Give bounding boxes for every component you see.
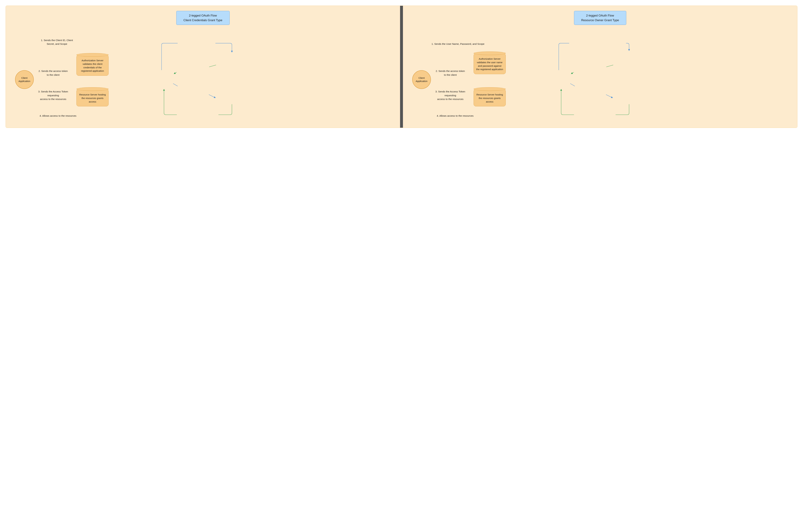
left-step4-label: 4. Allows access to the resources	[37, 114, 79, 118]
left-panel: 2-legged OAuth Flow Client Credentials G…	[6, 6, 400, 128]
right-title-line1: 2-legged OAuth Flow	[581, 13, 619, 18]
right-panel: 2-legged OAuth Flow Resource Owner Grant…	[403, 6, 797, 128]
client-label-1: Client	[21, 76, 28, 80]
left-resource-server-node: Resource Server hosting the resources gr…	[76, 89, 109, 107]
left-step2-label: 2. Sends the access token to the client	[37, 65, 69, 77]
panel-divider	[400, 6, 403, 128]
right-step4-label: 4. Allows access to the resources	[434, 114, 476, 118]
left-step1-label: 1. Sends the Client ID, Client Secret, a…	[38, 38, 76, 46]
right-auth-server-node: Authorization Server validates the user …	[474, 53, 506, 74]
left-client-node: Client Application	[15, 70, 34, 89]
left-resource-server-text: Resource Server hosting the resources gr…	[79, 93, 106, 103]
left-title-line1: 2-legged OAuth Flow	[183, 13, 222, 18]
right-step2-label: 2. Sends the access token to the client	[434, 65, 467, 77]
right-resource-server-node: Resource Server hosting the resources gr…	[474, 89, 506, 107]
right-resource-server-text: Resource Server hosting the resources gr…	[476, 93, 503, 103]
client-label-2: Application	[416, 80, 427, 83]
client-label-2: Application	[18, 80, 30, 83]
left-title-box: 2-legged OAuth Flow Client Credentials G…	[176, 11, 230, 25]
right-title-box: 2-legged OAuth Flow Resource Owner Grant…	[574, 11, 626, 25]
right-title-line2: Resource Owner Grant Type	[581, 18, 619, 23]
right-step3-label: 3. Sends the Access Token requesting acc…	[432, 86, 469, 101]
left-step3-label: 3. Sends the Access Token requesting acc…	[35, 86, 72, 101]
diagram-container: 2-legged OAuth Flow Client Credentials G…	[6, 6, 797, 128]
right-step1-label: 1. Sends the User Name, Password, and Sc…	[430, 42, 487, 46]
right-client-node: Client Application	[412, 70, 431, 89]
left-auth-server-text: Authorization Server validates the clien…	[81, 59, 104, 72]
left-title-line2: Client Credentials Grant Type	[183, 18, 222, 23]
client-label-1: Client	[419, 76, 425, 80]
left-auth-server-node: Authorization Server validates the clien…	[76, 55, 109, 76]
right-auth-server-text: Authorization Server validates the user …	[476, 57, 503, 71]
